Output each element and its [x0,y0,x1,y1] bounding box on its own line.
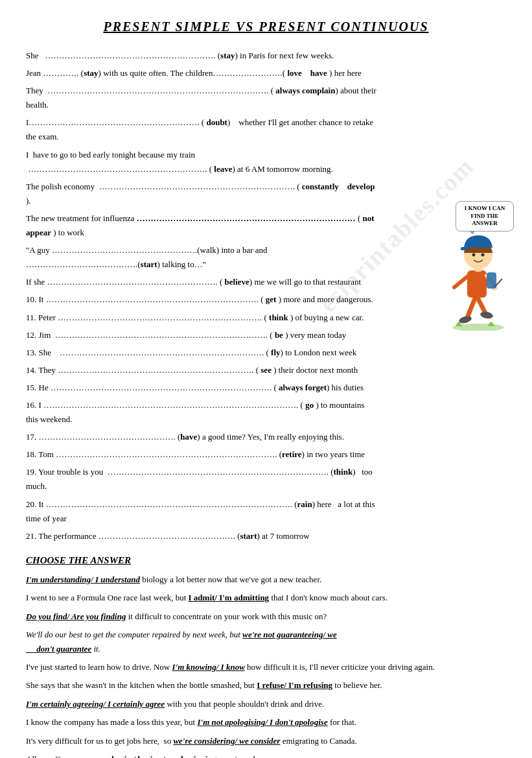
list-item: 16. I ………………………………………………………………………………. ( … [26,398,506,427]
list-item: I know the company has made a loss this … [26,715,506,729]
list-item: I have to go to bed early tonight becaus… [26,148,506,176]
svg-line-2 [476,295,485,313]
list-item: We'll do our best to get the computer re… [26,628,506,656]
exercise-2-section: I'm understanding/ I understand biology … [26,573,506,758]
cartoon-svg [430,217,514,331]
list-item: 14. They ……………………………………………………………. ( see … [26,363,506,377]
list-item: I……………………………………………………. ( doubt) whether … [26,115,506,144]
svg-point-4 [480,311,493,319]
list-item: 20. It ……………………………………………………………………………. (r… [26,497,506,526]
list-item: I'm certainly agreeing/ I certainly agre… [26,697,506,711]
list-item: 21. The performance …………………………………………. (s… [26,529,506,543]
choice-text: I'm knowing/ I know [172,662,244,672]
list-item: 15. He ……………………………………………………………………. ( alw… [26,381,506,395]
list-item: All new German courses begin / begins / … [26,752,506,758]
choice-text: I'm not apologising/ I don't apologise [197,717,327,727]
list-item: I'm understanding/ I understand biology … [26,573,506,586]
list-item: I've just started to learn how to drive.… [26,660,506,674]
svg-rect-15 [487,272,496,289]
svg-point-13 [472,254,476,257]
choice-text: we're considering/ we consider [173,736,280,746]
cartoon-figure: I KNOW I CAN FIND THE ANSWER [413,201,514,331]
list-item: 19. Your trouble is you …………………………………………… [26,465,506,493]
choice-text: I'm certainly agreeing/ I certainly agre… [26,699,165,709]
svg-line-1 [467,295,476,318]
choice-text: Do you find/ Are you finding [26,611,126,621]
section-2-title: CHOOSE THE ANSWER [26,555,506,566]
list-item: It's very difficult for us to get jobs h… [26,734,506,748]
list-item: Jean …………. (stay) with us quite often. T… [26,66,506,80]
choice-text: I'm understanding/ I understand [26,574,140,584]
choice-text: we're not guaranteeing/ we don't guarant… [26,630,337,653]
list-item: She says that she wasn't in the kitchen … [26,678,506,692]
choice-text: I admit/ I'm admitting [189,593,270,602]
choice-text: begin / begins / are beginning [111,754,216,758]
page-title: PRESENT SIMPLE vs PRESENT CONTINUOUS [26,19,506,34]
list-item: 17. …………………………………………. (have) a good time… [26,430,506,444]
list-item: They ……………………………………………………………………. ( alway… [26,84,506,112]
choice-text: I refuse/ I'm refusing [257,680,332,690]
svg-line-6 [454,276,468,287]
choose-list: I'm understanding/ I understand biology … [26,573,506,758]
svg-rect-5 [467,270,487,298]
list-item: Do you find/ Are you finding it difficul… [26,610,506,623]
svg-point-14 [481,254,485,257]
list-item: She ……………………………………………………. (stay) in Pari… [26,49,506,63]
list-item: 13. She ………………………………………………………………. ( fly)… [26,346,506,360]
list-item: I went to see a Formula One race last we… [26,591,506,604]
list-item: 18. Tom ……………………………………………………………………. (ret… [26,447,506,462]
